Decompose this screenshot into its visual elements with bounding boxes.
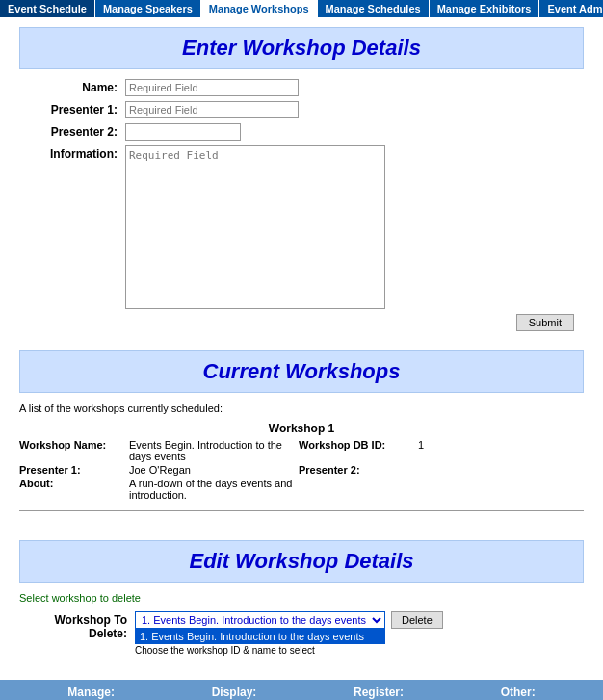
footer-register: Register: [354,686,404,699]
workshop-1-block: Workshop 1 Workshop Name: Events Begin. … [19,422,584,501]
edit-workshop-title: Edit Workshop Details [28,549,575,574]
information-textarea[interactable] [125,145,385,309]
delete-row: Workshop To Delete: 1. Events Begin. Int… [19,611,584,656]
name-label: Name: [29,79,125,94]
workshop-about-label: About: [19,478,125,501]
delete-button[interactable]: Delete [391,611,443,629]
workshop-presenter1-label: Presenter 1: [19,464,125,476]
footer-manage: Manage: [67,686,115,699]
name-row: Name: [29,79,574,96]
nav-event-schedule[interactable]: Event Schedule [0,0,95,17]
edit-workshop-header: Edit Workshop Details [19,540,584,583]
workshop-name-label: Workshop Name: [19,439,125,462]
workshop-presenter2-label: Presenter 2: [299,464,414,476]
edit-controls: 1. Events Begin. Introduction to the day… [135,611,443,656]
enter-workshop-title: Enter Workshop Details [28,36,575,61]
presenter1-row: Presenter 1: [29,101,574,118]
workshop-presenter1-value: Joe O'Regan [129,464,295,476]
presenter1-label: Presenter 1: [29,101,125,117]
nav-manage-speakers[interactable]: Manage Speakers [95,0,201,17]
workshop-presenter2-value [418,464,584,476]
edit-workshop-section: Select workshop to delete Workshop To De… [0,592,603,670]
edit-info-text: Select workshop to delete [19,592,584,604]
nav-manage-schedules[interactable]: Manage Schedules [318,0,430,17]
current-workshops-section: A list of the workshops currently schedu… [0,402,603,531]
workshop-delete-select[interactable]: 1. Events Begin. Introduction to the day… [135,611,385,629]
information-row: Information: [29,145,574,309]
dropdown-wrapper: 1. Events Begin. Introduction to the day… [135,611,385,656]
workshop-1-title: Workshop 1 [19,422,584,435]
dropdown-hint: Choose the workshop ID & name to select [135,645,385,656]
footer-other: Other: [501,686,536,699]
workshop-to-delete-label: Workshop To Delete: [19,611,135,640]
enter-workshop-header: Enter Workshop Details [19,27,584,69]
current-workshops-description: A list of the workshops currently schedu… [19,402,584,414]
workshop-dbid-value: 1 [418,439,584,462]
presenter2-label: Presenter 2: [29,123,125,139]
presenter2-input[interactable] [125,123,241,141]
current-workshops-header: Current Workshops [19,350,584,393]
submit-row: Submit [29,314,574,331]
section-divider [19,510,584,511]
submit-button[interactable]: Submit [516,314,574,331]
workshop-about-value: A run-down of the days events and introd… [129,478,295,501]
name-input[interactable] [125,79,299,96]
nav-event-administration[interactable]: Event Administration [539,0,603,17]
workshop-1-grid: Workshop Name: Events Begin. Introductio… [19,439,584,501]
nav-manage-workshops[interactable]: Manage Workshops [201,0,318,17]
dropdown-open-list: 1. Events Begin. Introduction to the day… [135,629,385,644]
workshop-dbid-label: Workshop DB ID: [299,439,414,462]
current-workshops-title: Current Workshops [28,359,575,384]
nav-manage-exhibitors[interactable]: Manage Exhibitors [430,0,540,17]
workshop-name-value: Events Begin. Introduction to the days e… [129,439,295,462]
navigation: Event Schedule Manage Speakers Manage Wo… [0,0,603,17]
information-label: Information: [29,145,125,161]
enter-workshop-form: Name: Presenter 1: Presenter 2: Informat… [0,79,603,341]
footer-display: Display: [212,686,257,699]
presenter1-input[interactable] [125,101,299,118]
dropdown-option-selected[interactable]: 1. Events Begin. Introduction to the day… [136,630,384,643]
footer: Manage: Display: Register: Other: [0,680,603,700]
presenter2-row: Presenter 2: [29,123,574,141]
